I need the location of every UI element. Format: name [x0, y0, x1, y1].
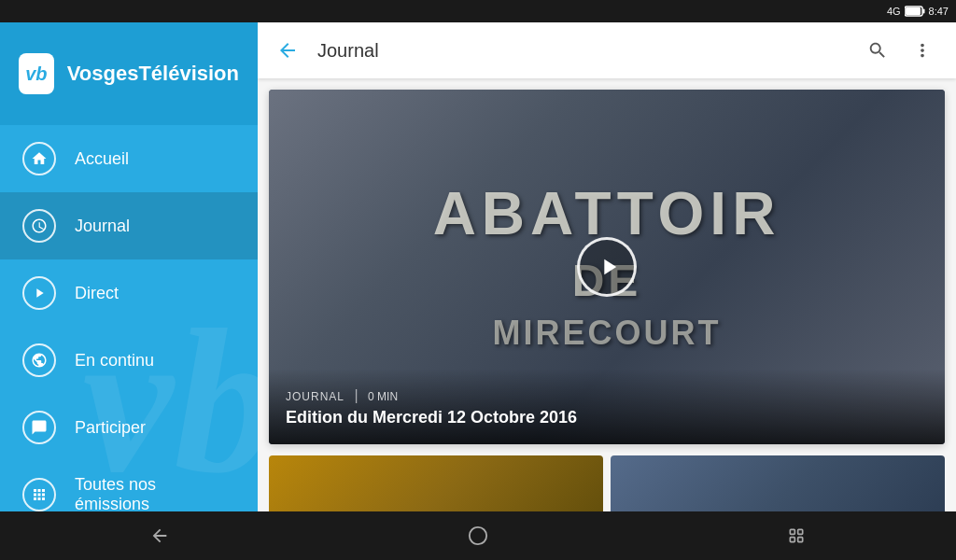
svg-rect-1 [922, 9, 924, 14]
nav-recents-icon [787, 526, 806, 545]
app-title: VosgesTélévision [67, 62, 239, 86]
home-icon [31, 150, 48, 167]
brand-first: Vosges [67, 62, 139, 85]
svg-rect-4 [791, 529, 795, 534]
battery-icon [905, 6, 925, 17]
grid-icon-container [22, 478, 56, 511]
video-meta: JOURNAL | 0 MIN [286, 387, 928, 404]
app-logo: vb [19, 53, 54, 94]
svg-rect-7 [798, 538, 803, 542]
video-info-overlay: JOURNAL | 0 MIN Edition du Mercredi 12 O… [269, 369, 945, 444]
nav-home-icon [468, 525, 488, 546]
chat-icon-container [22, 411, 56, 444]
journal-icon [31, 217, 48, 234]
top-bar-actions [859, 32, 941, 69]
sidebar-item-participer[interactable]: Participer [0, 394, 258, 461]
brand-second: Télévision [138, 62, 239, 85]
sidebar-item-accueil[interactable]: Accueil [0, 125, 258, 192]
svg-rect-5 [798, 529, 803, 534]
video-duration: 0 MIN [368, 390, 398, 403]
main-container: vb vb VosgesTélévision Accueil [0, 22, 956, 560]
sidebar-label-participer: Participer [75, 418, 146, 438]
more-vertical-icon [912, 40, 933, 61]
more-options-button[interactable] [904, 32, 941, 69]
video-separator: | [354, 387, 358, 403]
home-icon-container [22, 142, 56, 175]
sidebar-label-direct: Direct [75, 284, 119, 303]
video-tag: JOURNAL [286, 390, 344, 403]
nav-recents-button[interactable] [768, 511, 824, 560]
back-arrow-icon [276, 39, 299, 62]
page-title: Journal [317, 40, 844, 62]
signal-indicator: 4G [887, 6, 901, 17]
nav-back-icon [149, 525, 170, 546]
sidebar-label-en-continu: En continu [75, 351, 154, 371]
logo-text: vb [25, 63, 47, 85]
video-title: Edition du Mercredi 12 Octobre 2016 [286, 408, 928, 427]
sidebar: vb vb VosgesTélévision Accueil [0, 22, 258, 560]
search-icon [867, 40, 888, 61]
sidebar-header: vb VosgesTélévision [0, 22, 258, 125]
nav-home-button[interactable] [450, 511, 506, 560]
bottom-nav-bar [0, 511, 956, 560]
globe-icon-container [22, 343, 56, 377]
sidebar-item-journal[interactable]: Journal [0, 192, 258, 259]
status-bar: 4G 8:47 [0, 0, 956, 22]
svg-rect-6 [791, 538, 795, 542]
time-display: 8:47 [929, 6, 949, 17]
sidebar-item-en-continu[interactable]: En continu [0, 327, 258, 394]
svg-point-3 [470, 527, 486, 544]
sidebar-label-journal: Journal [75, 217, 130, 236]
play-button[interactable] [577, 237, 637, 297]
content-area: Journal ABATTOIR DE [258, 22, 956, 560]
direct-icon-container [22, 276, 56, 310]
video-thumbnail: ABATTOIR DE MIRECOURT JOURNAL | 0 MIN Ed… [269, 90, 945, 444]
building-name-line3: MIRECOURT [493, 314, 722, 353]
top-bar: Journal [258, 22, 956, 78]
journal-icon-container [22, 209, 56, 243]
video-card[interactable]: ABATTOIR DE MIRECOURT JOURNAL | 0 MIN Ed… [269, 90, 945, 444]
back-button[interactable] [273, 35, 302, 65]
sidebar-label-accueil: Accueil [75, 149, 129, 169]
grid-icon [31, 486, 48, 503]
svg-rect-2 [906, 7, 921, 15]
search-button[interactable] [859, 32, 896, 69]
nav-back-button[interactable] [132, 511, 188, 560]
globe-icon [31, 352, 48, 369]
chat-icon [31, 419, 48, 436]
sidebar-item-direct[interactable]: Direct [0, 259, 258, 327]
play-triangle-icon [596, 254, 622, 280]
play-icon [32, 286, 47, 301]
sidebar-label-toutes-emissions: Toutes nos émissions [75, 475, 235, 514]
